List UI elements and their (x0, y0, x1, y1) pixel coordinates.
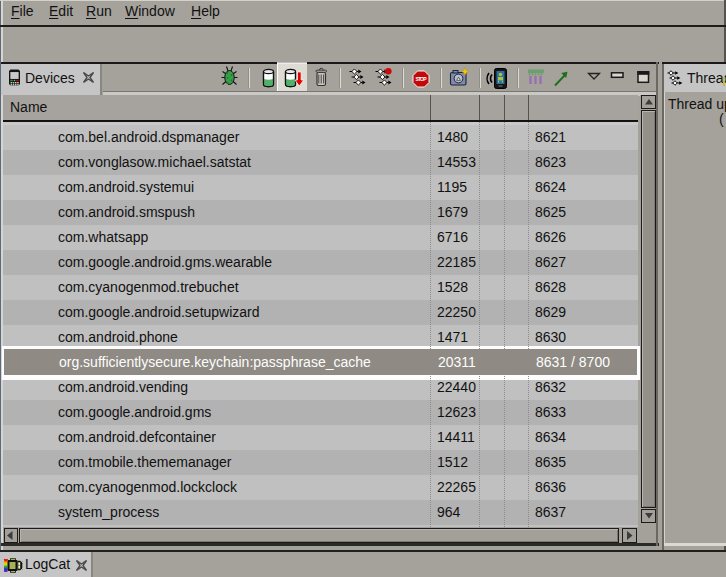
svg-text:STOP: STOP (416, 76, 428, 82)
